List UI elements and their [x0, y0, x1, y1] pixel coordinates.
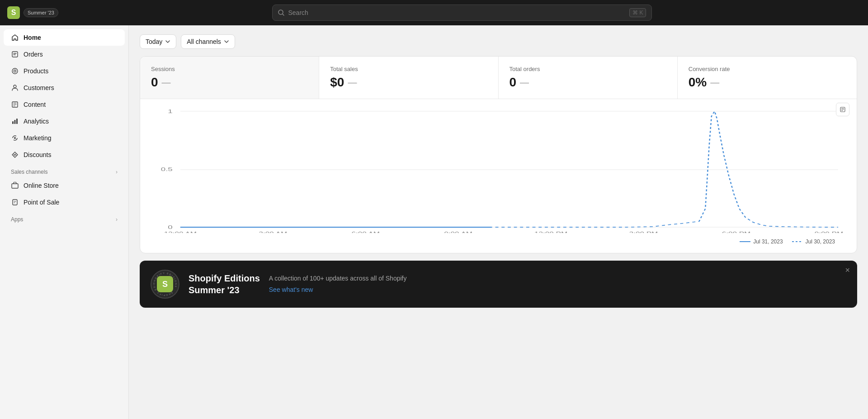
legend-yesterday-label: Jul 30, 2023 [806, 238, 835, 245]
app-body: Home Orders Products Customers Content [0, 25, 868, 419]
stat-cell-total-orders[interactable]: Total orders 0 — [499, 57, 678, 99]
sidebar-item-label-home: Home [24, 34, 41, 41]
sidebar-item-label-orders: Orders [24, 51, 43, 58]
svg-text:6:00 AM: 6:00 AM [351, 231, 380, 233]
legend-yesterday: Jul 30, 2023 [792, 238, 835, 245]
svg-point-4 [14, 70, 16, 72]
legend-today: Jul 31, 2023 [740, 238, 783, 245]
sidebar-item-customers[interactable]: Customers [4, 80, 125, 96]
sessions-value: 0 — [151, 75, 308, 90]
stat-cell-conversion-rate[interactable]: Conversion rate 0% — [678, 57, 857, 99]
svg-point-5 [14, 85, 16, 88]
total-sales-label: Total sales [330, 66, 487, 72]
date-filter-label: Today [146, 38, 162, 45]
date-filter-button[interactable]: Today [140, 34, 176, 49]
sidebar-item-home[interactable]: Home [4, 29, 125, 46]
promo-description: A collection of 100+ updates across all … [269, 274, 846, 283]
promo-shopify-logo: S [157, 276, 173, 292]
conversion-rate-value: 0% — [689, 75, 846, 90]
svg-text:0.5: 0.5 [161, 167, 173, 172]
svg-rect-14 [13, 200, 17, 205]
sidebar-item-label-online-store: Online Store [24, 182, 59, 189]
promo-link[interactable]: See what's new [269, 285, 846, 295]
apps-section: Apps › [0, 211, 128, 224]
svg-text:3:00 PM: 3:00 PM [629, 231, 658, 233]
sidebar-item-label-marketing: Marketing [24, 134, 51, 142]
customers-icon [11, 84, 19, 92]
logo-area: S Summer '23 [7, 6, 58, 19]
svg-rect-13 [12, 184, 18, 188]
svg-rect-2 [12, 52, 18, 57]
chevron-down-icon [224, 39, 229, 44]
sessions-label: Sessions [151, 66, 308, 72]
svg-text:9:00 PM: 9:00 PM [815, 231, 844, 233]
marketing-icon [11, 134, 19, 142]
sidebar-item-label-content: Content [24, 101, 46, 108]
sidebar-item-label-discounts: Discounts [24, 151, 51, 158]
chart-legend: Jul 31, 2023 Jul 30, 2023 [151, 235, 846, 252]
svg-point-12 [15, 155, 16, 156]
sidebar-item-label-analytics: Analytics [24, 118, 49, 125]
sidebar-item-label-pos: Point of Sale [24, 199, 59, 206]
svg-text:12:00 PM: 12:00 PM [534, 231, 567, 233]
summer-badge: Summer '23 [24, 8, 58, 17]
svg-rect-8 [14, 120, 16, 124]
promo-banner: SHOPIFY EDITIONS · SHOPIFY EDITIONS · S … [140, 261, 857, 308]
promo-close-button[interactable]: × [845, 266, 850, 274]
promo-title: Shopify EditionsSummer '23 [189, 272, 260, 296]
filter-bar: Today All channels [140, 34, 857, 49]
orders-icon [11, 50, 19, 58]
promo-title-block: Shopify EditionsSummer '23 [189, 272, 260, 296]
analytics-icon [11, 117, 19, 125]
topnav: S Summer '23 Search ⌘ K [0, 0, 868, 25]
svg-text:3:00 AM: 3:00 AM [259, 231, 288, 233]
sidebar-item-label-customers: Customers [24, 84, 54, 91]
search-placeholder: Search [288, 9, 626, 16]
discounts-icon [11, 151, 19, 159]
sidebar-item-marketing[interactable]: Marketing [4, 130, 125, 146]
main-content: Today All channels Sessions 0 — Total [129, 25, 868, 419]
sidebar-item-products[interactable]: Products [4, 63, 125, 79]
sidebar-item-content[interactable]: Content [4, 96, 125, 113]
channel-filter-label: All channels [187, 38, 221, 45]
sidebar-item-discounts[interactable]: Discounts [4, 147, 125, 163]
online-store-icon [11, 181, 19, 190]
products-icon [11, 67, 19, 75]
stats-row: Sessions 0 — Total sales $0 — Total orde… [140, 57, 857, 99]
apps-chevron-icon: › [116, 216, 118, 223]
sidebar-item-label-products: Products [24, 67, 48, 75]
sidebar-item-orders[interactable]: Orders [4, 46, 125, 62]
chart-svg: 1 0.5 0 12:00 AM 3:00 AM 6:00 AM 9:00 AM… [151, 106, 846, 233]
sidebar-item-point-of-sale[interactable]: Point of Sale [4, 194, 125, 210]
svg-text:9:00 AM: 9:00 AM [444, 231, 472, 233]
total-orders-label: Total orders [509, 66, 666, 72]
search-shortcut: ⌘ K [629, 8, 646, 17]
chevron-down-icon [165, 39, 170, 44]
sales-channels-chevron-icon: › [116, 169, 118, 175]
stat-cell-total-sales[interactable]: Total sales $0 — [319, 57, 498, 99]
sidebar: Home Orders Products Customers Content [0, 25, 129, 419]
pos-icon [11, 198, 19, 206]
content-icon [11, 100, 19, 109]
stats-card: Sessions 0 — Total sales $0 — Total orde… [140, 56, 857, 253]
search-bar[interactable]: Search ⌘ K [272, 5, 652, 21]
sidebar-item-analytics[interactable]: Analytics [4, 113, 125, 129]
shopify-logo-icon: S [7, 6, 20, 19]
search-icon [278, 10, 284, 16]
stat-cell-sessions[interactable]: Sessions 0 — [140, 57, 319, 99]
svg-text:6:00 PM: 6:00 PM [722, 231, 751, 233]
svg-text:12:00 AM: 12:00 AM [164, 231, 197, 233]
svg-point-11 [14, 154, 14, 155]
legend-today-label: Jul 31, 2023 [753, 238, 783, 245]
svg-text:1: 1 [168, 109, 172, 114]
promo-description-block: A collection of 100+ updates across all … [269, 274, 846, 295]
svg-point-10 [14, 137, 16, 139]
legend-solid-line [740, 241, 750, 242]
home-icon [11, 33, 19, 42]
channel-filter-button[interactable]: All channels [181, 34, 235, 49]
chart-area: 1 0.5 0 12:00 AM 3:00 AM 6:00 AM 9:00 AM… [140, 99, 857, 253]
svg-line-1 [283, 14, 284, 15]
sidebar-item-online-store[interactable]: Online Store [4, 177, 125, 194]
total-orders-value: 0 — [509, 75, 666, 90]
chart-export-button[interactable] [836, 103, 849, 116]
